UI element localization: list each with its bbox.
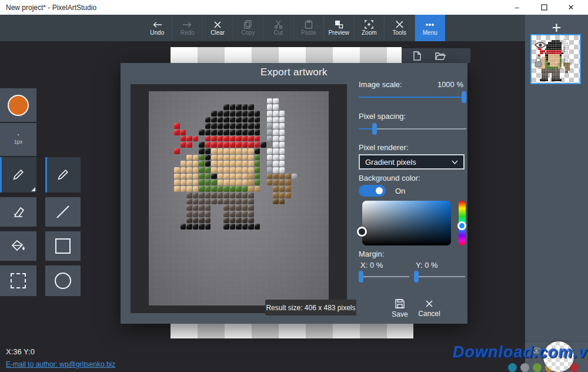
window-title: New project* - PixelArtStudio (0, 4, 96, 12)
preview-icon (335, 20, 343, 29)
copy-icon (243, 20, 252, 29)
minimize-button[interactable]: – (510, 1, 523, 14)
tools-icon (395, 20, 404, 29)
circle-icon (55, 273, 71, 289)
new-file-icon[interactable] (413, 51, 421, 61)
tool-eraser[interactable] (0, 197, 36, 227)
cut-icon (274, 20, 283, 29)
dialog-title: Export artwork (121, 67, 467, 78)
canvas-bottom-edge[interactable] (171, 323, 413, 338)
selection-icon (11, 273, 26, 288)
margin-y-slider[interactable] (414, 271, 465, 283)
margin-label: Margin: (359, 250, 384, 258)
image-scale-value: 1000 % (437, 80, 463, 89)
line-icon (55, 204, 71, 220)
toolbar: Undo Redo Clear Copy Cut Paste Preview (0, 15, 525, 41)
fill-bucket-icon (11, 240, 25, 253)
tool-pencil[interactable] (0, 157, 36, 192)
sv-picker-thumb[interactable] (357, 227, 367, 237)
pixel-spacing-slider[interactable] (359, 123, 466, 135)
pixel-art-grid (149, 91, 329, 305)
canvas-corner-panel (402, 48, 470, 63)
brush-size-label: 1px (14, 139, 23, 145)
chevron-down-icon (452, 160, 458, 164)
redo-icon (182, 21, 192, 29)
palette-dot-green[interactable] (533, 363, 542, 372)
watermark: Download.com.vn (453, 343, 588, 361)
layer-lock-icon[interactable] (533, 57, 543, 68)
pixel-renderer-label: Pixel renderer: (359, 143, 409, 152)
brush-size-dot (18, 134, 19, 135)
hue-slider[interactable] (459, 201, 466, 245)
tools-button[interactable]: Tools (385, 15, 415, 41)
brush-size-button[interactable]: 1px (0, 123, 36, 156)
background-color-label: Background color: (359, 174, 420, 182)
pixel-spacing-label: Pixel spacing: (359, 112, 406, 121)
pixel-renderer-value: Gradient pixels (365, 158, 416, 167)
redo-button[interactable]: Redo (173, 15, 203, 41)
export-preview-container (131, 84, 347, 313)
zoom-button[interactable]: Zoom (355, 15, 385, 41)
saturation-value-picker[interactable] (362, 201, 451, 245)
tool-select[interactable] (0, 265, 36, 296)
canvas-top-edge[interactable] (171, 47, 402, 64)
cancel-button[interactable]: Cancel (416, 297, 443, 320)
tool-flyout-marker (31, 187, 35, 191)
cut-button[interactable]: Cut (263, 15, 294, 41)
undo-icon (152, 21, 162, 29)
clear-button[interactable]: Clear (203, 15, 233, 41)
paste-icon (305, 20, 313, 29)
maximize-button[interactable] (537, 1, 550, 14)
current-color-swatch (8, 95, 29, 116)
menu-icon (425, 21, 435, 29)
image-scale-slider[interactable] (359, 91, 466, 103)
margin-x-slider-thumb[interactable] (359, 271, 363, 283)
image-scale-slider-thumb[interactable] (462, 91, 466, 103)
save-button[interactable]: Save (386, 297, 413, 320)
pixel-renderer-dropdown[interactable]: Gradient pixels (359, 154, 465, 170)
pixel-spacing-slider-thumb[interactable] (372, 123, 377, 135)
copy-button[interactable]: Copy (233, 15, 264, 41)
hue-slider-thumb[interactable] (457, 221, 466, 230)
result-size-badge: Result size: 406 x 483 pixels (265, 300, 356, 315)
menu-button[interactable]: Menu (415, 15, 446, 41)
close-button[interactable]: ✕ (564, 1, 577, 14)
layers-sidebar: + (525, 15, 588, 372)
flyout-tool-line[interactable] (45, 197, 81, 227)
maximize-icon (541, 4, 547, 11)
cursor-coordinates: X:36 Y:0 (6, 347, 35, 356)
color-swatch-button[interactable] (0, 88, 36, 122)
toggle-state-label: On (395, 187, 405, 195)
cancel-icon (425, 300, 433, 308)
flyout-tool-pencil[interactable] (45, 157, 81, 192)
flyout-tool-circle[interactable] (45, 265, 81, 296)
palette-dot-gray[interactable] (520, 363, 529, 372)
title-bar: New project* - PixelArtStudio – ✕ (0, 0, 588, 15)
pencil-icon (56, 168, 69, 181)
export-preview-image (149, 91, 329, 305)
undo-button[interactable]: Undo (142, 15, 173, 41)
background-color-toggle[interactable] (359, 185, 386, 197)
flyout-tool-rectangle[interactable] (45, 231, 81, 261)
pencil-icon (12, 168, 25, 181)
save-icon (395, 299, 405, 308)
export-dialog: Export artwork Result size: 406 x 483 pi… (121, 63, 467, 324)
layer-visibility-eye-icon[interactable] (534, 41, 546, 49)
clear-icon (213, 21, 222, 29)
preview-button[interactable]: Preview (324, 15, 355, 41)
margin-y-value: Y: 0 % (416, 261, 438, 270)
margin-x-slider[interactable] (359, 271, 409, 283)
author-email-link[interactable]: E-mail to author: wp@gritsenko.biz (6, 360, 115, 368)
rectangle-icon (55, 238, 71, 254)
image-scale-label: Image scale: (359, 80, 402, 89)
zoom-icon (365, 20, 373, 29)
paste-button[interactable]: Paste (294, 15, 325, 41)
tool-fill[interactable] (0, 231, 36, 261)
eraser-icon (11, 206, 25, 218)
open-folder-icon[interactable] (435, 52, 446, 60)
margin-x-value: X: 0 % (360, 261, 383, 270)
palette-dot-teal[interactable] (508, 363, 517, 372)
margin-y-slider-thumb[interactable] (414, 271, 419, 283)
